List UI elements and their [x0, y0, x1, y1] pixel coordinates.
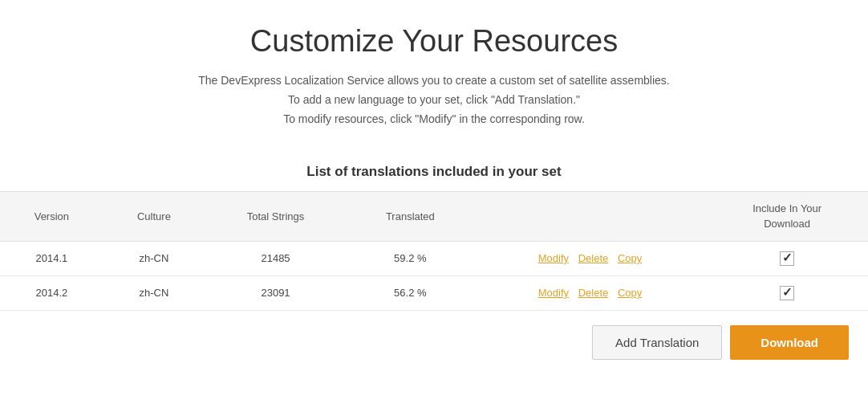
modify-link-1[interactable]: Modify — [538, 287, 569, 299]
footer-buttons: Add Translation Download — [0, 311, 868, 374]
cell-actions-0: Modify Delete Copy — [474, 241, 707, 275]
cell-actions-1: Modify Delete Copy — [474, 275, 707, 310]
description-line3: To modify resources, click "Modify" in t… — [64, 110, 804, 129]
page-description: The DevExpress Localization Service allo… — [64, 71, 804, 128]
modify-link-0[interactable]: Modify — [538, 252, 569, 264]
cell-total-strings-0: 21485 — [205, 241, 347, 275]
cell-checkbox-1[interactable] — [706, 275, 868, 310]
col-actions-spacer — [474, 192, 707, 241]
header-section: Customize Your Resources The DevExpress … — [0, 0, 868, 145]
col-translated: Translated — [347, 192, 474, 241]
translations-heading: List of translations included in your se… — [0, 153, 868, 191]
page-container: Customize Your Resources The DevExpress … — [0, 0, 868, 420]
cell-translated-0: 59.2 % — [347, 241, 474, 275]
cell-total-strings-1: 23091 — [205, 275, 347, 310]
col-culture: Culture — [103, 192, 205, 241]
description-line2: To add a new language to your set, click… — [64, 91, 804, 110]
col-include: Include In Your Download — [706, 192, 868, 241]
table-header-row: Version Culture Total Strings Translated… — [0, 192, 868, 241]
translations-section: List of translations included in your se… — [0, 153, 868, 310]
download-button[interactable]: Download — [730, 325, 849, 360]
translations-table: Version Culture Total Strings Translated… — [0, 191, 868, 310]
cell-checkbox-0[interactable] — [706, 241, 868, 275]
cell-translated-1: 56.2 % — [347, 275, 474, 310]
cell-culture-0: zh-CN — [103, 241, 205, 275]
page-title: Customize Your Resources — [64, 24, 804, 59]
col-total-strings: Total Strings — [205, 192, 347, 241]
delete-link-1[interactable]: Delete — [578, 287, 609, 299]
table-body: 2014.1 zh-CN 21485 59.2 % Modify Delete … — [0, 241, 868, 310]
checkbox-1[interactable] — [780, 286, 794, 300]
cell-version-0: 2014.1 — [0, 241, 103, 275]
table-row: 2014.1 zh-CN 21485 59.2 % Modify Delete … — [0, 241, 868, 275]
copy-link-0[interactable]: Copy — [618, 252, 642, 264]
cell-culture-1: zh-CN — [103, 275, 205, 310]
copy-link-1[interactable]: Copy — [618, 287, 642, 299]
add-translation-button[interactable]: Add Translation — [592, 325, 722, 360]
table-row: 2014.2 zh-CN 23091 56.2 % Modify Delete … — [0, 275, 868, 310]
checkbox-0[interactable] — [780, 251, 794, 266]
cell-version-1: 2014.2 — [0, 275, 103, 310]
description-line1: The DevExpress Localization Service allo… — [64, 71, 804, 91]
delete-link-0[interactable]: Delete — [578, 252, 609, 264]
col-version: Version — [0, 192, 103, 241]
